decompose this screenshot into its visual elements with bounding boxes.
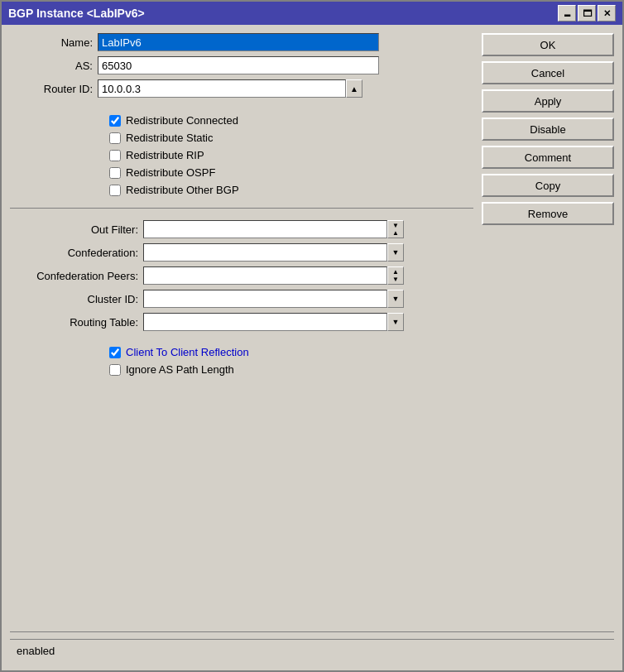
- out-filter-row: Out Filter: ▼▲: [10, 220, 473, 238]
- comment-button[interactable]: Comment: [482, 146, 614, 169]
- left-panel: Name: AS: Router ID: ▲: [10, 33, 473, 617]
- ignore-as-path-row: Ignore AS Path Length: [109, 363, 473, 376]
- routing-table-dropdown-btn[interactable]: ▼: [387, 313, 404, 331]
- confederation-peers-label: Confederation Peers:: [10, 270, 138, 282]
- confederation-label: Confederation:: [10, 247, 138, 259]
- name-label: Name:: [10, 36, 93, 49]
- apply-button[interactable]: Apply: [482, 89, 614, 113]
- confederation-dropdown-btn[interactable]: ▼: [387, 243, 404, 262]
- as-label: AS:: [10, 60, 93, 72]
- confederation-peers-input[interactable]: [143, 266, 387, 285]
- redistribute-rip-label: Redistribute RIP: [126, 149, 204, 161]
- redistribute-other-bgp-label: Redistribute Other BGP: [126, 184, 239, 196]
- status-divider: [10, 631, 614, 632]
- redistribute-ospf-row: Redistribute OSPF: [109, 166, 473, 179]
- content-area: Name: AS: Router ID: ▲: [2, 25, 622, 670]
- client-to-client-row: Client To Client Reflection: [109, 346, 473, 358]
- router-id-input[interactable]: [98, 79, 346, 98]
- as-input[interactable]: [98, 56, 379, 74]
- router-id-spin-up[interactable]: ▲: [346, 79, 362, 98]
- routing-table-combo: ▼: [143, 313, 404, 331]
- main-body: Name: AS: Router ID: ▲: [10, 33, 614, 617]
- cancel-button[interactable]: Cancel: [482, 61, 614, 84]
- routing-table-input[interactable]: [143, 313, 387, 331]
- router-id-row: Router ID: ▲: [10, 79, 473, 98]
- redistribute-other-bgp-row: Redistribute Other BGP: [109, 184, 473, 196]
- redistribute-static-row: Redistribute Static: [109, 132, 473, 144]
- confederation-input[interactable]: [143, 243, 387, 262]
- right-panel: OK Cancel Apply Disable Comment Copy Rem…: [482, 33, 614, 617]
- out-filter-label: Out Filter:: [10, 223, 138, 236]
- client-to-client-checkbox[interactable]: [109, 347, 121, 358]
- minimize-button[interactable]: 🗕: [558, 5, 576, 22]
- client-to-client-label: Client To Client Reflection: [126, 346, 249, 358]
- redistribute-rip-checkbox[interactable]: [109, 150, 121, 161]
- confederation-row: Confederation: ▼: [10, 243, 473, 262]
- cluster-id-input[interactable]: [143, 290, 387, 308]
- cluster-id-row: Cluster ID: ▼: [10, 290, 473, 308]
- routing-table-label: Routing Table:: [10, 316, 138, 329]
- cluster-id-combo: ▼: [143, 290, 404, 308]
- window-title: BGP Instance <LabIPv6>: [8, 7, 145, 20]
- ok-button[interactable]: OK: [482, 33, 614, 56]
- redistribute-ospf-label: Redistribute OSPF: [126, 166, 215, 179]
- redistribute-connected-checkbox[interactable]: [109, 115, 121, 127]
- close-button[interactable]: ✕: [598, 5, 616, 22]
- ignore-as-path-checkbox[interactable]: [109, 364, 121, 376]
- redistribute-connected-label: Redistribute Connected: [126, 114, 238, 127]
- confederation-peers-spin-btn[interactable]: ▲▼: [387, 266, 404, 285]
- status-text: enabled: [17, 645, 55, 657]
- name-row: Name:: [10, 33, 473, 51]
- redistribute-static-checkbox[interactable]: [109, 132, 121, 144]
- redistribute-rip-row: Redistribute RIP: [109, 149, 473, 161]
- remove-button[interactable]: Remove: [482, 202, 614, 225]
- redistribute-static-label: Redistribute Static: [126, 132, 214, 144]
- router-id-label: Router ID:: [10, 83, 93, 95]
- redistribute-ospf-checkbox[interactable]: [109, 167, 121, 179]
- name-input[interactable]: [98, 33, 379, 51]
- title-bar: BGP Instance <LabIPv6> 🗕 🗖 ✕: [2, 2, 622, 25]
- out-filter-input[interactable]: [143, 220, 387, 238]
- confederation-peers-combo: ▲▼: [143, 266, 404, 285]
- maximize-button[interactable]: 🗖: [578, 5, 596, 22]
- divider: [10, 208, 473, 209]
- cluster-id-dropdown-btn[interactable]: ▼: [387, 290, 404, 308]
- copy-button[interactable]: Copy: [482, 174, 614, 197]
- ignore-as-path-label: Ignore AS Path Length: [126, 363, 234, 376]
- main-window: BGP Instance <LabIPv6> 🗕 🗖 ✕ Name: AS:: [0, 0, 624, 672]
- redistribute-other-bgp-checkbox[interactable]: [109, 185, 121, 196]
- out-filter-combo: ▼▲: [143, 220, 404, 238]
- cluster-id-label: Cluster ID:: [10, 293, 138, 305]
- routing-table-row: Routing Table: ▼: [10, 313, 473, 331]
- disable-button[interactable]: Disable: [482, 118, 614, 141]
- confederation-peers-row: Confederation Peers: ▲▼: [10, 266, 473, 285]
- status-bar: enabled: [10, 639, 614, 662]
- out-filter-dropdown-btn[interactable]: ▼▲: [387, 220, 404, 238]
- redistribute-connected-row: Redistribute Connected: [109, 114, 473, 127]
- confederation-combo: ▼: [143, 243, 404, 262]
- window-controls: 🗕 🗖 ✕: [558, 5, 616, 22]
- as-row: AS:: [10, 56, 473, 74]
